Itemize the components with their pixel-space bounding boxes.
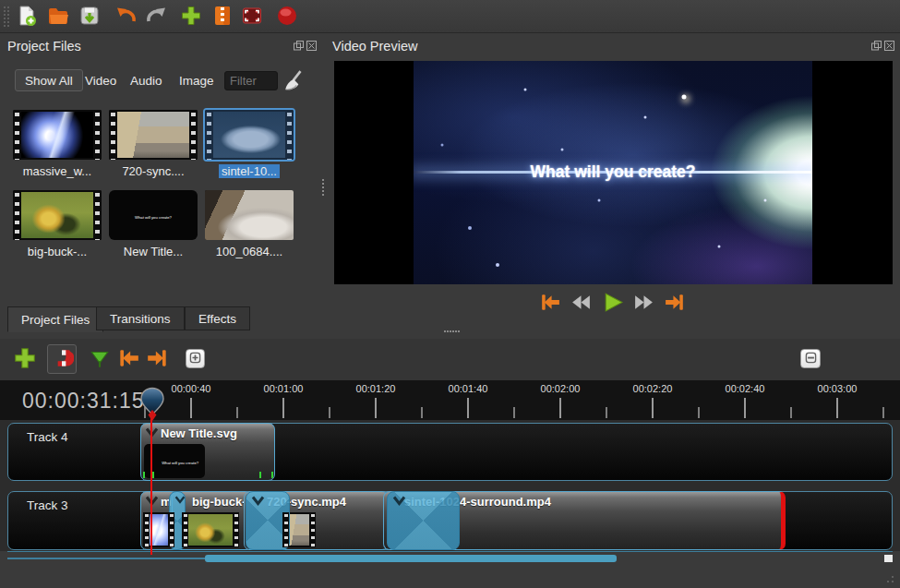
fast-forward-icon: [632, 291, 655, 314]
magnet-icon: [50, 346, 74, 370]
transition-3[interactable]: [387, 491, 460, 550]
import-files-button[interactable]: [179, 5, 203, 29]
ruler-mark: 00:01:40: [436, 383, 500, 394]
zoom-out-button[interactable]: [800, 349, 821, 368]
clip-thumb-text: What will you create?: [162, 461, 187, 465]
filter-input[interactable]: [224, 71, 278, 90]
fast-forward-button[interactable]: [632, 291, 656, 315]
playhead-line[interactable]: [150, 416, 152, 555]
clip-thumbnail: [143, 512, 174, 547]
timeline-toolbar: 20 seconds: [0, 339, 900, 380]
video-title-text: What will you create?: [414, 162, 812, 182]
video-preview-header: Video Preview: [325, 36, 900, 58]
ruler-mark: 00:02:00: [528, 383, 593, 394]
undo-icon: [115, 5, 138, 27]
toolbar-drag-handle[interactable]: [3, 6, 10, 28]
rewind-button[interactable]: [570, 291, 594, 315]
file-item-sintel[interactable]: sintel-10...: [205, 110, 294, 178]
tab-effects[interactable]: Effects: [185, 306, 250, 330]
center-plus-icon: [187, 350, 203, 366]
float-panel-icon[interactable]: [294, 41, 304, 51]
previous-marker-button[interactable]: [115, 346, 141, 372]
title-thumb-text: What will you create?: [135, 215, 172, 220]
horizontal-splitter-handle[interactable]: [444, 330, 466, 334]
file-item-720-sync[interactable]: 720-sync....: [109, 110, 198, 178]
tab-project-files[interactable]: Project Files: [7, 306, 103, 332]
play-button[interactable]: [601, 291, 625, 315]
record-circle-icon: [276, 5, 298, 27]
float-panel-icon[interactable]: [871, 41, 882, 51]
record-button[interactable]: [275, 5, 299, 29]
rewind-icon: [570, 291, 593, 314]
jump-end-button[interactable]: [664, 291, 688, 315]
filter-row: Show All Video Audio Image: [0, 69, 322, 93]
project-files-panel: Project Files Show All Video Audio Image: [0, 34, 322, 338]
file-item-massive[interactable]: massive_w...: [13, 110, 102, 178]
filter-tab-video[interactable]: Video: [81, 69, 120, 91]
dock-area: Project Files Show All Video Audio Image: [0, 34, 900, 338]
file-name: massive_w...: [23, 164, 91, 178]
transition-chevron-icon[interactable]: [174, 496, 186, 504]
save-project-button[interactable]: [78, 5, 102, 29]
close-panel-icon[interactable]: [884, 41, 894, 51]
file-item-bedroom-photo[interactable]: 100_0684....: [205, 190, 294, 258]
add-track-button[interactable]: [12, 346, 38, 372]
new-project-button[interactable]: [15, 5, 39, 29]
open-project-button[interactable]: [46, 5, 70, 29]
playhead-marker[interactable]: [138, 387, 166, 422]
playhead-timecode: 00:00:31:15: [22, 389, 145, 414]
ruler-mark: 00:01:20: [343, 383, 408, 394]
tab-transitions[interactable]: Transitions: [96, 306, 185, 330]
video-frame: What will you create?: [414, 61, 812, 284]
timeline-scrollbar-track[interactable]: [7, 558, 205, 559]
filter-tab-image[interactable]: Image: [175, 69, 218, 91]
ruler-mark: 00:02:40: [713, 383, 777, 394]
center-playhead-button[interactable]: [186, 349, 205, 368]
razor-tool-button[interactable]: [87, 346, 113, 372]
filter-tab-show-all[interactable]: Show All: [15, 69, 83, 91]
broom-icon: [282, 69, 306, 93]
file-thumbnail: [13, 190, 102, 240]
transition-chevron-icon[interactable]: [392, 496, 406, 506]
clip-thumbnail: [182, 512, 239, 547]
play-icon: [601, 291, 624, 314]
minus-icon: [803, 350, 819, 366]
scrollbar-corner: [884, 555, 893, 562]
open-folder-icon: [47, 5, 69, 27]
ruler-mark: 00:00:40: [159, 383, 223, 394]
timeline-ruler[interactable]: 00:00:31:15 00:00:40 00:01:00 00:01:20 0…: [0, 380, 900, 420]
export-video-button[interactable]: [240, 5, 264, 29]
jump-start-button[interactable]: [538, 291, 562, 315]
dock-tab-bar: Project Files Transitions Effects: [0, 306, 322, 332]
close-panel-icon[interactable]: [306, 41, 317, 51]
panel-title: Project Files: [7, 39, 81, 54]
next-marker-icon: [146, 346, 170, 370]
undo-button[interactable]: [114, 5, 138, 29]
clear-filter-button[interactable]: [282, 69, 306, 91]
ruler-mark: 00:02:20: [620, 383, 685, 394]
file-name: big-buck-...: [28, 245, 87, 258]
file-thumbnail: [205, 110, 294, 160]
file-item-big-buck[interactable]: big-buck-...: [13, 190, 102, 258]
clip-label: New Title.svg: [161, 426, 237, 440]
main-toolbar: [0, 0, 900, 33]
timeline-scrollbar-thumb[interactable]: [205, 555, 617, 562]
file-name: New Title...: [124, 245, 183, 258]
save-icon: [78, 5, 101, 27]
status-bar: [0, 563, 900, 588]
clip-new-title[interactable]: New Title.svg What will you create?: [140, 423, 275, 481]
redo-button[interactable]: [144, 5, 168, 29]
transition-chevron-icon[interactable]: [251, 496, 265, 506]
next-marker-button[interactable]: [145, 346, 171, 372]
track-name: Track 3: [27, 498, 68, 512]
film-profile-icon: [211, 5, 234, 27]
file-item-new-title[interactable]: What will you create? New Title...: [109, 190, 198, 258]
choose-profile-button[interactable]: [210, 5, 234, 29]
filter-tab-audio[interactable]: Audio: [126, 69, 166, 91]
plus-icon: [180, 5, 202, 27]
openshot-window: Project Files Show All Video Audio Image: [0, 0, 900, 588]
window-resize-grip[interactable]: [882, 570, 896, 585]
file-name: sintel-10...: [219, 164, 280, 178]
snapping-toggle-button[interactable]: [47, 344, 77, 374]
clip-thumbnail: [282, 512, 316, 547]
